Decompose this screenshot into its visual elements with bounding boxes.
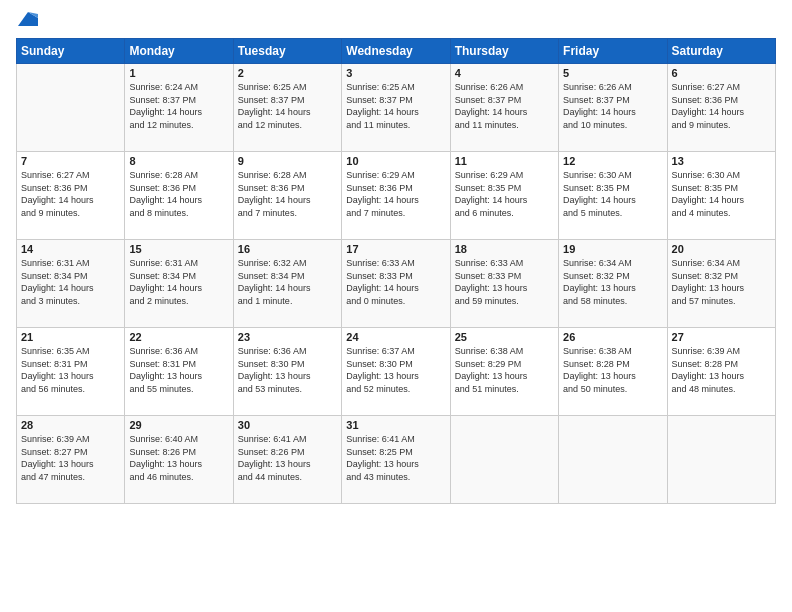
day-number: 31 (346, 419, 445, 431)
calendar-cell: 10Sunrise: 6:29 AM Sunset: 8:36 PM Dayli… (342, 152, 450, 240)
calendar-week-row: 28Sunrise: 6:39 AM Sunset: 8:27 PM Dayli… (17, 416, 776, 504)
calendar-cell: 4Sunrise: 6:26 AM Sunset: 8:37 PM Daylig… (450, 64, 558, 152)
cell-content: Sunrise: 6:25 AM Sunset: 8:37 PM Dayligh… (238, 81, 337, 131)
cell-content: Sunrise: 6:31 AM Sunset: 8:34 PM Dayligh… (129, 257, 228, 307)
cell-content: Sunrise: 6:39 AM Sunset: 8:28 PM Dayligh… (672, 345, 771, 395)
calendar-body: 1Sunrise: 6:24 AM Sunset: 8:37 PM Daylig… (17, 64, 776, 504)
calendar-cell: 2Sunrise: 6:25 AM Sunset: 8:37 PM Daylig… (233, 64, 341, 152)
cell-content: Sunrise: 6:26 AM Sunset: 8:37 PM Dayligh… (563, 81, 662, 131)
cell-content: Sunrise: 6:29 AM Sunset: 8:35 PM Dayligh… (455, 169, 554, 219)
day-number: 15 (129, 243, 228, 255)
calendar-cell: 5Sunrise: 6:26 AM Sunset: 8:37 PM Daylig… (559, 64, 667, 152)
calendar-cell: 13Sunrise: 6:30 AM Sunset: 8:35 PM Dayli… (667, 152, 775, 240)
day-number: 1 (129, 67, 228, 79)
calendar-cell: 12Sunrise: 6:30 AM Sunset: 8:35 PM Dayli… (559, 152, 667, 240)
cell-content: Sunrise: 6:41 AM Sunset: 8:25 PM Dayligh… (346, 433, 445, 483)
weekday-header-cell: Tuesday (233, 39, 341, 64)
day-number: 11 (455, 155, 554, 167)
calendar-cell: 16Sunrise: 6:32 AM Sunset: 8:34 PM Dayli… (233, 240, 341, 328)
cell-content: Sunrise: 6:28 AM Sunset: 8:36 PM Dayligh… (129, 169, 228, 219)
calendar-table: SundayMondayTuesdayWednesdayThursdayFrid… (16, 38, 776, 504)
cell-content: Sunrise: 6:40 AM Sunset: 8:26 PM Dayligh… (129, 433, 228, 483)
weekday-header-cell: Sunday (17, 39, 125, 64)
calendar-cell: 11Sunrise: 6:29 AM Sunset: 8:35 PM Dayli… (450, 152, 558, 240)
cell-content: Sunrise: 6:37 AM Sunset: 8:30 PM Dayligh… (346, 345, 445, 395)
cell-content: Sunrise: 6:32 AM Sunset: 8:34 PM Dayligh… (238, 257, 337, 307)
cell-content: Sunrise: 6:33 AM Sunset: 8:33 PM Dayligh… (455, 257, 554, 307)
logo (16, 16, 38, 28)
day-number: 18 (455, 243, 554, 255)
weekday-header-cell: Monday (125, 39, 233, 64)
calendar-cell: 8Sunrise: 6:28 AM Sunset: 8:36 PM Daylig… (125, 152, 233, 240)
cell-content: Sunrise: 6:34 AM Sunset: 8:32 PM Dayligh… (563, 257, 662, 307)
day-number: 30 (238, 419, 337, 431)
day-number: 24 (346, 331, 445, 343)
cell-content: Sunrise: 6:28 AM Sunset: 8:36 PM Dayligh… (238, 169, 337, 219)
cell-content: Sunrise: 6:39 AM Sunset: 8:27 PM Dayligh… (21, 433, 120, 483)
cell-content: Sunrise: 6:38 AM Sunset: 8:28 PM Dayligh… (563, 345, 662, 395)
calendar-cell: 31Sunrise: 6:41 AM Sunset: 8:25 PM Dayli… (342, 416, 450, 504)
day-number: 23 (238, 331, 337, 343)
calendar-cell: 20Sunrise: 6:34 AM Sunset: 8:32 PM Dayli… (667, 240, 775, 328)
day-number: 2 (238, 67, 337, 79)
day-number: 22 (129, 331, 228, 343)
calendar-week-row: 21Sunrise: 6:35 AM Sunset: 8:31 PM Dayli… (17, 328, 776, 416)
day-number: 13 (672, 155, 771, 167)
day-number: 5 (563, 67, 662, 79)
calendar-cell: 9Sunrise: 6:28 AM Sunset: 8:36 PM Daylig… (233, 152, 341, 240)
header (16, 16, 776, 28)
day-number: 27 (672, 331, 771, 343)
calendar-cell: 28Sunrise: 6:39 AM Sunset: 8:27 PM Dayli… (17, 416, 125, 504)
day-number: 29 (129, 419, 228, 431)
cell-content: Sunrise: 6:36 AM Sunset: 8:31 PM Dayligh… (129, 345, 228, 395)
day-number: 8 (129, 155, 228, 167)
day-number: 26 (563, 331, 662, 343)
calendar-cell (450, 416, 558, 504)
calendar-cell (559, 416, 667, 504)
cell-content: Sunrise: 6:41 AM Sunset: 8:26 PM Dayligh… (238, 433, 337, 483)
day-number: 19 (563, 243, 662, 255)
calendar-cell: 15Sunrise: 6:31 AM Sunset: 8:34 PM Dayli… (125, 240, 233, 328)
cell-content: Sunrise: 6:36 AM Sunset: 8:30 PM Dayligh… (238, 345, 337, 395)
cell-content: Sunrise: 6:38 AM Sunset: 8:29 PM Dayligh… (455, 345, 554, 395)
day-number: 28 (21, 419, 120, 431)
calendar-cell: 21Sunrise: 6:35 AM Sunset: 8:31 PM Dayli… (17, 328, 125, 416)
calendar-week-row: 7Sunrise: 6:27 AM Sunset: 8:36 PM Daylig… (17, 152, 776, 240)
calendar-cell: 24Sunrise: 6:37 AM Sunset: 8:30 PM Dayli… (342, 328, 450, 416)
weekday-header-cell: Friday (559, 39, 667, 64)
calendar-cell: 29Sunrise: 6:40 AM Sunset: 8:26 PM Dayli… (125, 416, 233, 504)
cell-content: Sunrise: 6:30 AM Sunset: 8:35 PM Dayligh… (672, 169, 771, 219)
cell-content: Sunrise: 6:35 AM Sunset: 8:31 PM Dayligh… (21, 345, 120, 395)
day-number: 9 (238, 155, 337, 167)
calendar-cell: 6Sunrise: 6:27 AM Sunset: 8:36 PM Daylig… (667, 64, 775, 152)
calendar-cell: 26Sunrise: 6:38 AM Sunset: 8:28 PM Dayli… (559, 328, 667, 416)
day-number: 17 (346, 243, 445, 255)
calendar-cell: 30Sunrise: 6:41 AM Sunset: 8:26 PM Dayli… (233, 416, 341, 504)
weekday-header-cell: Thursday (450, 39, 558, 64)
day-number: 7 (21, 155, 120, 167)
day-number: 16 (238, 243, 337, 255)
calendar-cell: 27Sunrise: 6:39 AM Sunset: 8:28 PM Dayli… (667, 328, 775, 416)
calendar-cell: 19Sunrise: 6:34 AM Sunset: 8:32 PM Dayli… (559, 240, 667, 328)
day-number: 4 (455, 67, 554, 79)
calendar-week-row: 1Sunrise: 6:24 AM Sunset: 8:37 PM Daylig… (17, 64, 776, 152)
calendar-cell: 22Sunrise: 6:36 AM Sunset: 8:31 PM Dayli… (125, 328, 233, 416)
logo-icon (18, 12, 38, 28)
day-number: 10 (346, 155, 445, 167)
calendar-cell: 23Sunrise: 6:36 AM Sunset: 8:30 PM Dayli… (233, 328, 341, 416)
cell-content: Sunrise: 6:29 AM Sunset: 8:36 PM Dayligh… (346, 169, 445, 219)
cell-content: Sunrise: 6:24 AM Sunset: 8:37 PM Dayligh… (129, 81, 228, 131)
calendar-cell: 1Sunrise: 6:24 AM Sunset: 8:37 PM Daylig… (125, 64, 233, 152)
cell-content: Sunrise: 6:27 AM Sunset: 8:36 PM Dayligh… (21, 169, 120, 219)
day-number: 20 (672, 243, 771, 255)
calendar-cell (667, 416, 775, 504)
calendar-week-row: 14Sunrise: 6:31 AM Sunset: 8:34 PM Dayli… (17, 240, 776, 328)
cell-content: Sunrise: 6:34 AM Sunset: 8:32 PM Dayligh… (672, 257, 771, 307)
calendar-cell: 17Sunrise: 6:33 AM Sunset: 8:33 PM Dayli… (342, 240, 450, 328)
day-number: 3 (346, 67, 445, 79)
calendar-cell: 7Sunrise: 6:27 AM Sunset: 8:36 PM Daylig… (17, 152, 125, 240)
day-number: 6 (672, 67, 771, 79)
cell-content: Sunrise: 6:26 AM Sunset: 8:37 PM Dayligh… (455, 81, 554, 131)
calendar-cell: 25Sunrise: 6:38 AM Sunset: 8:29 PM Dayli… (450, 328, 558, 416)
cell-content: Sunrise: 6:25 AM Sunset: 8:37 PM Dayligh… (346, 81, 445, 131)
